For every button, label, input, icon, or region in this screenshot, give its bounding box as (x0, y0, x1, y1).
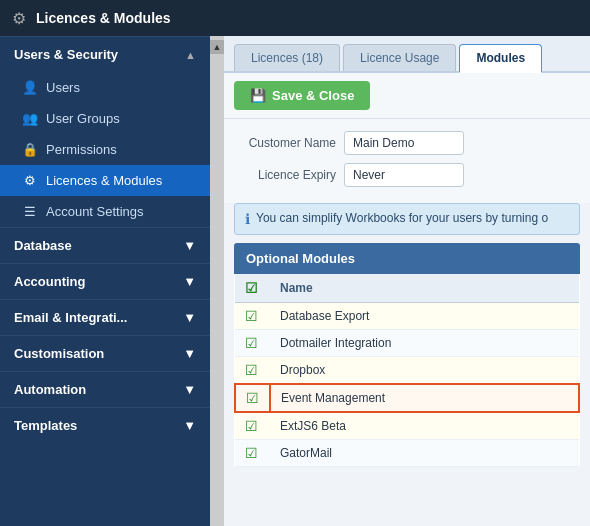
sidebar: Users & Security ▲ 👤 Users 👥 User Groups… (0, 36, 210, 526)
scroll-indicator: ▲ (210, 36, 224, 526)
sidebar-section-label: Email & Integrati... (14, 310, 127, 325)
chevron-up-icon: ▲ (185, 49, 196, 61)
sidebar-section-accounting[interactable]: Accounting ▼ (0, 263, 210, 299)
main-layout: Users & Security ▲ 👤 Users 👥 User Groups… (0, 36, 590, 526)
sidebar-section-users-security[interactable]: Users & Security ▲ (0, 36, 210, 72)
sidebar-section-label: Templates (14, 418, 77, 433)
checkbox-icon: ☑ (245, 335, 258, 351)
sidebar-section-label: Database (14, 238, 72, 253)
check-cell: ☑ (235, 330, 270, 357)
check-cell: ☑ (235, 412, 270, 440)
col-check: ☑ (235, 274, 270, 303)
content-area: Licences (18) Licence Usage Modules 💾 Sa… (224, 36, 590, 526)
chevron-down-icon: ▼ (183, 382, 196, 397)
table-row[interactable]: ☑ ExtJS6 Beta (235, 412, 579, 440)
table-row[interactable]: ☑ Event Management (235, 384, 579, 412)
save-icon: 💾 (250, 88, 266, 103)
col-name: Name (270, 274, 579, 303)
sidebar-section-customisation[interactable]: Customisation ▼ (0, 335, 210, 371)
check-cell: ☑ (235, 357, 270, 385)
sidebar-item-users[interactable]: 👤 Users (0, 72, 210, 103)
licence-expiry-value: Never (344, 163, 464, 187)
customer-name-value: Main Demo (344, 131, 464, 155)
sidebar-item-label: Licences & Modules (46, 173, 162, 188)
scroll-up-btn[interactable]: ▲ (210, 40, 224, 54)
sidebar-section-label: Accounting (14, 274, 86, 289)
sidebar-item-label: Users (46, 80, 80, 95)
sidebar-section-templates[interactable]: Templates ▼ (0, 407, 210, 443)
chevron-down-icon: ▼ (183, 238, 196, 253)
tab-modules[interactable]: Modules (459, 44, 542, 73)
sidebar-item-user-groups[interactable]: 👥 User Groups (0, 103, 210, 134)
tabs-bar: Licences (18) Licence Usage Modules (224, 36, 590, 73)
table-row[interactable]: ☑ Dotmailer Integration (235, 330, 579, 357)
sidebar-section-email-integration[interactable]: Email & Integrati... ▼ (0, 299, 210, 335)
modules-section-header: Optional Modules (234, 243, 580, 274)
check-cell: ☑ (235, 384, 270, 412)
customer-name-row: Customer Name Main Demo (234, 131, 580, 155)
table-row[interactable]: ☑ Database Export (235, 303, 579, 330)
info-banner: ℹ You can simplify Workbooks for your us… (234, 203, 580, 235)
lock-icon: 🔒 (22, 142, 38, 157)
chevron-down-icon: ▼ (183, 310, 196, 325)
chevron-down-icon: ▼ (183, 418, 196, 433)
settings-icon: ⚙ (22, 173, 38, 188)
sidebar-item-account-settings[interactable]: ☰ Account Settings (0, 196, 210, 227)
chevron-down-icon: ▼ (183, 274, 196, 289)
sidebar-item-label: Account Settings (46, 204, 144, 219)
checkbox-icon: ☑ (245, 445, 258, 461)
menu-icon: ☰ (22, 204, 38, 219)
gear-icon: ⚙ (12, 9, 26, 28)
save-close-button[interactable]: 💾 Save & Close (234, 81, 370, 110)
module-name: Event Management (270, 384, 579, 412)
sidebar-item-label: User Groups (46, 111, 120, 126)
check-cell: ☑ (235, 440, 270, 467)
app-header: ⚙ Licences & Modules (0, 0, 590, 36)
sidebar-section-label: Customisation (14, 346, 104, 361)
checkbox-icon: ☑ (245, 308, 258, 324)
info-icon: ℹ (245, 211, 250, 227)
customer-name-label: Customer Name (234, 136, 344, 150)
licence-expiry-label: Licence Expiry (234, 168, 344, 182)
checkbox-icon: ☑ (246, 390, 259, 406)
module-name: Dropbox (270, 357, 579, 385)
toolbar: 💾 Save & Close (224, 73, 590, 119)
sidebar-section-label: Users & Security (14, 47, 118, 62)
sidebar-section-label: Automation (14, 382, 86, 397)
module-name: GatorMail (270, 440, 579, 467)
chevron-down-icon: ▼ (183, 346, 196, 361)
sidebar-item-permissions[interactable]: 🔒 Permissions (0, 134, 210, 165)
tab-licence-usage[interactable]: Licence Usage (343, 44, 456, 71)
modules-table: ☑ Name ☑ Database Export ☑ Dotmailer Int… (234, 274, 580, 467)
modules-section: Optional Modules ☑ Name ☑ Database Expor… (224, 243, 590, 526)
group-icon: 👥 (22, 111, 38, 126)
info-text: You can simplify Workbooks for your user… (256, 211, 548, 225)
sidebar-item-label: Permissions (46, 142, 117, 157)
table-row[interactable]: ☑ GatorMail (235, 440, 579, 467)
table-row[interactable]: ☑ Dropbox (235, 357, 579, 385)
check-header-icon: ☑ (245, 280, 258, 296)
check-cell: ☑ (235, 303, 270, 330)
module-name: Dotmailer Integration (270, 330, 579, 357)
checkbox-icon: ☑ (245, 418, 258, 434)
sidebar-section-database[interactable]: Database ▼ (0, 227, 210, 263)
header-title: Licences & Modules (36, 10, 171, 26)
module-name: Database Export (270, 303, 579, 330)
user-icon: 👤 (22, 80, 38, 95)
module-name: ExtJS6 Beta (270, 412, 579, 440)
checkbox-icon: ☑ (245, 362, 258, 378)
tab-licences[interactable]: Licences (18) (234, 44, 340, 71)
licence-expiry-row: Licence Expiry Never (234, 163, 580, 187)
form-area: Customer Name Main Demo Licence Expiry N… (224, 119, 590, 203)
sidebar-item-licences-modules[interactable]: ⚙ Licences & Modules (0, 165, 210, 196)
sidebar-section-automation[interactable]: Automation ▼ (0, 371, 210, 407)
